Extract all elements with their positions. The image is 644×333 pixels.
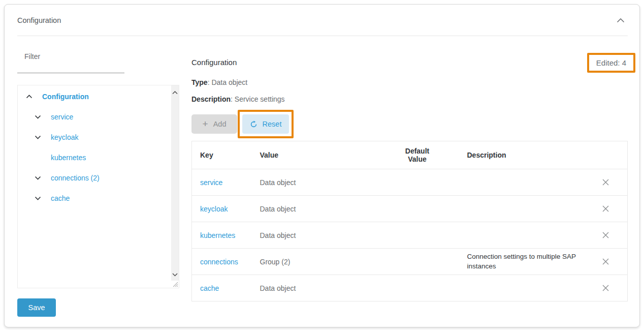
description-line: Description: Service settings <box>191 95 628 103</box>
scroll-up-icon[interactable] <box>172 88 178 96</box>
col-header-description: Description <box>459 141 592 169</box>
tree-item-service[interactable]: service <box>18 107 179 127</box>
table-row: connections Group (2) Connection setting… <box>192 249 628 275</box>
reset-button[interactable]: Reset <box>242 114 289 134</box>
add-button[interactable]: +Add <box>191 114 237 134</box>
card-header: Configuration <box>5 5 639 24</box>
tree-item-keycloak[interactable]: keycloak <box>18 127 179 147</box>
type-value: : Data object <box>208 78 248 86</box>
tree-item-label: cache <box>51 194 70 202</box>
toolbar: +Add Reset <box>191 110 628 138</box>
default-value-cell <box>394 196 459 222</box>
key-link[interactable]: connections <box>200 258 238 266</box>
edited-badge-text: Edited: 4 <box>596 58 626 67</box>
tree-item-kubernetes[interactable]: kubernetes <box>18 147 179 168</box>
config-tree: Configuration service keycloak <box>18 85 179 208</box>
default-value-cell <box>394 222 459 249</box>
tree-item-label: Configuration <box>42 93 89 101</box>
tree-item-cache[interactable]: cache <box>18 188 179 208</box>
plus-icon: + <box>203 119 208 129</box>
col-header-default-value: Default Value <box>394 141 459 169</box>
chevron-down-icon[interactable] <box>34 176 41 180</box>
col-header-key: Key <box>192 141 252 169</box>
key-cell: cache <box>192 275 252 301</box>
config-tree-panel: Configuration service keycloak <box>17 85 179 288</box>
close-icon[interactable] <box>600 283 611 293</box>
chevron-down-icon[interactable] <box>34 115 41 119</box>
config-table: Key Value Default Value Description serv… <box>191 141 628 301</box>
key-link[interactable]: cache <box>200 284 219 292</box>
key-link[interactable]: kubernetes <box>200 231 235 239</box>
filter-label: Filter <box>17 52 179 60</box>
close-icon[interactable] <box>600 230 611 240</box>
key-cell: service <box>192 169 252 196</box>
key-link[interactable]: keycloak <box>200 205 228 213</box>
col-header-actions <box>592 141 628 169</box>
description-cell <box>459 275 592 301</box>
tree-item-label: connections (2) <box>51 174 100 182</box>
tree-item-label: service <box>51 113 73 121</box>
value-cell: Data object <box>252 196 394 222</box>
tree-item-connections[interactable]: connections (2) <box>18 168 179 188</box>
tree-item-configuration[interactable]: Configuration <box>18 86 179 107</box>
key-link[interactable]: service <box>200 178 222 187</box>
left-column: Filter Configuration service <box>17 36 179 317</box>
resize-handle-icon[interactable] <box>172 281 178 287</box>
refresh-icon <box>250 120 257 128</box>
details-panel: Configuration Type: Data object Descript… <box>191 36 628 317</box>
tree-scrollbar[interactable] <box>171 85 179 281</box>
type-line: Type: Data object <box>191 78 628 86</box>
table-row: service Data object <box>192 169 628 196</box>
filter-input[interactable] <box>17 73 124 73</box>
add-button-label: Add <box>213 120 227 128</box>
default-value-cell <box>394 169 459 196</box>
close-icon[interactable] <box>600 256 611 267</box>
reset-button-label: Reset <box>263 120 282 128</box>
table-row: keycloak Data object <box>192 196 628 222</box>
default-value-cell <box>394 249 459 275</box>
chevron-down-icon[interactable] <box>34 135 41 139</box>
save-button[interactable]: Save <box>17 298 56 317</box>
panel-title: Configuration <box>17 16 61 24</box>
tree-item-label: kubernetes <box>51 154 86 162</box>
description-cell <box>459 222 592 249</box>
default-value-cell <box>394 275 459 301</box>
tree-item-label: keycloak <box>51 133 78 141</box>
edited-badge: Edited: 4 <box>587 53 635 73</box>
close-icon[interactable] <box>600 203 611 214</box>
scroll-down-icon[interactable] <box>172 270 178 278</box>
value-cell: Group (2) <box>252 249 394 275</box>
table-row: cache Data object <box>192 275 628 301</box>
configuration-card: Configuration Filter Configuration <box>4 4 640 327</box>
description-value: : Service settings <box>231 95 285 103</box>
details-title: Configuration <box>191 58 628 67</box>
chevron-down-icon[interactable] <box>34 196 41 200</box>
key-cell: keycloak <box>192 196 252 222</box>
type-label: Type <box>191 78 208 86</box>
table-row: kubernetes Data object <box>192 222 628 249</box>
key-cell: kubernetes <box>192 222 252 249</box>
table-header-row: Key Value Default Value Description <box>192 141 628 169</box>
key-cell: connections <box>192 249 252 275</box>
description-cell: Connection settings to multiple SAP inst… <box>459 249 592 275</box>
collapse-chevron-icon[interactable] <box>616 17 626 24</box>
value-cell: Data object <box>252 275 394 301</box>
value-cell: Data object <box>252 222 394 249</box>
close-icon[interactable] <box>600 177 611 188</box>
description-cell <box>459 196 592 222</box>
col-header-value: Value <box>252 141 394 169</box>
reset-highlight-annotation: Reset <box>238 110 294 138</box>
description-cell <box>459 169 592 196</box>
chevron-up-icon[interactable] <box>25 95 33 99</box>
value-cell: Data object <box>252 169 394 196</box>
description-label: Description <box>191 95 231 103</box>
